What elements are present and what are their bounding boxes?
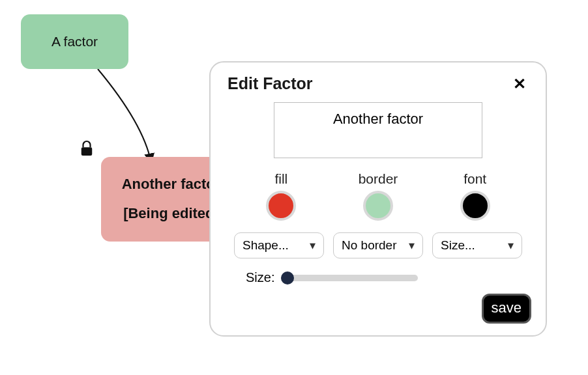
edit-factor-modal: Edit Factor ✕ fill border font Shape... …: [209, 61, 547, 337]
factor-node-b-label-1: Another factor: [122, 174, 221, 195]
shape-select[interactable]: Shape... ▾: [234, 232, 324, 258]
factor-name-input[interactable]: [274, 102, 482, 158]
close-icon[interactable]: ✕: [510, 75, 529, 93]
lock-icon: [80, 139, 94, 158]
font-color-column: font: [430, 171, 521, 221]
svg-rect-0: [81, 147, 93, 156]
size-slider-thumb[interactable]: [281, 271, 294, 285]
border-color-swatch[interactable]: [363, 191, 393, 221]
fill-color-column: fill: [235, 171, 327, 221]
size-slider[interactable]: [281, 273, 418, 283]
font-size-select[interactable]: Size... ▾: [432, 232, 522, 258]
border-select[interactable]: No border ▾: [333, 232, 423, 258]
size-slider-row: Size:: [228, 270, 529, 285]
factor-node-b-label-2: [Being edited]: [123, 204, 219, 224]
modal-header: Edit Factor ✕: [228, 74, 529, 93]
chevron-down-icon: ▾: [508, 238, 514, 253]
chevron-down-icon: ▾: [310, 238, 316, 253]
select-row: Shape... ▾ No border ▾ Size... ▾: [228, 232, 529, 258]
fill-color-label: fill: [274, 171, 287, 187]
fill-color-swatch[interactable]: [266, 191, 296, 221]
border-color-column: border: [332, 171, 424, 221]
color-swatch-row: fill border font: [228, 171, 529, 221]
size-slider-track: [281, 275, 418, 281]
font-size-select-value: Size...: [441, 238, 475, 253]
save-button[interactable]: save: [482, 294, 531, 324]
chevron-down-icon: ▾: [409, 238, 415, 253]
factor-node-a-label: A factor: [51, 34, 98, 49]
font-color-label: font: [463, 171, 486, 187]
size-slider-label: Size:: [246, 270, 274, 285]
border-color-label: border: [359, 171, 398, 187]
factor-node-a[interactable]: A factor: [21, 14, 128, 69]
border-select-value: No border: [342, 238, 397, 253]
modal-title: Edit Factor: [228, 74, 313, 93]
font-color-swatch[interactable]: [460, 191, 490, 221]
shape-select-value: Shape...: [243, 238, 289, 253]
diagram-canvas[interactable]: A factor Another factor [Being edited] E…: [0, 0, 588, 375]
